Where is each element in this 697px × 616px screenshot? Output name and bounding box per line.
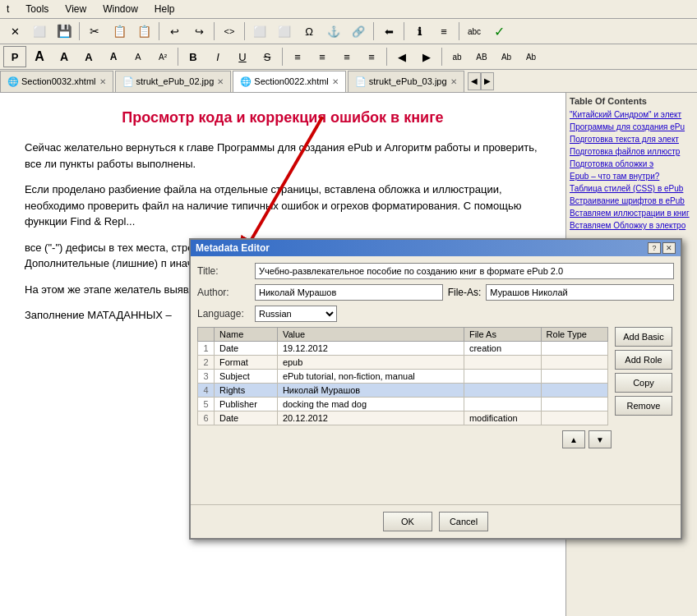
table-header-row: Name Value File As Role Type <box>198 328 608 342</box>
dialog-titlebar: Metadata Editor ? ✕ <box>191 240 681 256</box>
author-input[interactable] <box>255 284 443 301</box>
table-row-selected[interactable]: 4 Rights Николай Мурашов <box>198 384 608 398</box>
col-name-header: Name <box>215 328 278 342</box>
row3-name: Subject <box>215 370 278 384</box>
row1-fileas: creation <box>464 342 541 356</box>
row1-value: 19.12.2012 <box>277 342 464 356</box>
author-field-label: Author: <box>197 287 255 298</box>
row2-roletype <box>541 356 607 370</box>
dialog-body: Title: Author: File-As: Language: Russia… <box>191 256 681 504</box>
row3-roletype <box>541 370 607 384</box>
add-role-button[interactable]: Add Role <box>615 350 672 370</box>
row4-roletype <box>541 384 607 398</box>
dialog-close[interactable]: ✕ <box>662 242 676 254</box>
row1-num: 1 <box>198 342 215 356</box>
table-row[interactable]: 5 Publisher docking the mad dog <box>198 398 608 411</box>
row4-value: Николай Мурашов <box>277 384 464 398</box>
row3-value: ePub tutorial, non-fiction, manual <box>277 370 464 384</box>
dialog-title: Metadata Editor <box>196 242 270 254</box>
row5-roletype <box>541 398 607 411</box>
remove-button[interactable]: Remove <box>615 396 672 416</box>
move-up-button[interactable]: ▲ <box>562 430 585 448</box>
dialog-bottom-buttons: OK Cancel <box>191 504 681 538</box>
row5-num: 5 <box>198 398 215 411</box>
row3-num: 3 <box>198 370 215 384</box>
cancel-button[interactable]: Cancel <box>439 512 488 531</box>
file-as-input[interactable] <box>486 284 674 301</box>
row4-fileas <box>464 384 541 398</box>
col-num-header <box>198 328 215 342</box>
ok-button[interactable]: OK <box>383 512 432 531</box>
row6-roletype <box>541 411 607 425</box>
dialog-backdrop: Metadata Editor ? ✕ Title: Author: File-… <box>0 0 697 616</box>
table-row[interactable]: 2 Format epub <box>198 356 608 370</box>
move-down-button[interactable]: ▼ <box>589 430 612 448</box>
author-row: Author: File-As: <box>197 284 674 301</box>
dialog-title-buttons: ? ✕ <box>648 242 676 254</box>
table-container: Name Value File As Role Type 1 Date 19.1… <box>197 327 674 425</box>
row6-value: 20.12.2012 <box>277 411 464 425</box>
row1-roletype <box>541 342 607 356</box>
col-fileas-header: File As <box>464 328 541 342</box>
row2-fileas <box>464 356 541 370</box>
table-row[interactable]: 1 Date 19.12.2012 creation <box>198 342 608 356</box>
row6-num: 6 <box>198 411 215 425</box>
metadata-table: Name Value File As Role Type 1 Date 19.1… <box>197 327 608 425</box>
row5-name: Publisher <box>215 398 278 411</box>
table-row[interactable]: 6 Date 20.12.2012 modification <box>198 411 608 425</box>
title-row: Title: <box>197 263 674 279</box>
row1-name: Date <box>215 342 278 356</box>
table-row[interactable]: 3 Subject ePub tutorial, non-fiction, ma… <box>198 370 608 384</box>
copy-button[interactable]: Copy <box>615 373 672 393</box>
dialog-empty-space <box>197 448 674 498</box>
row3-fileas <box>464 370 541 384</box>
add-basic-button[interactable]: Add Basic <box>615 327 672 347</box>
row2-num: 2 <box>198 356 215 370</box>
row4-name: Rights <box>215 384 278 398</box>
col-value-header: Value <box>277 328 464 342</box>
updown-buttons: ▲ ▼ <box>197 430 612 448</box>
row4-num: 4 <box>198 384 215 398</box>
title-field-label: Title: <box>197 265 255 277</box>
dialog-action-buttons: Add Basic Add Role Copy Remove <box>615 327 674 416</box>
row2-value: epub <box>277 356 464 370</box>
col-roletype-header: Role Type <box>541 328 607 342</box>
title-input[interactable] <box>255 263 674 279</box>
language-select[interactable]: Russian <box>255 306 337 322</box>
row5-fileas <box>464 398 541 411</box>
row6-fileas: modification <box>464 411 541 425</box>
language-row: Language: Russian <box>197 306 674 322</box>
metadata-dialog: Metadata Editor ? ✕ Title: Author: File-… <box>189 238 682 540</box>
file-as-label: File-As: <box>448 287 482 298</box>
row2-name: Format <box>215 356 278 370</box>
dialog-help[interactable]: ? <box>648 242 661 254</box>
row5-value: docking the mad dog <box>277 398 464 411</box>
row6-name: Date <box>215 411 278 425</box>
language-field-label: Language: <box>197 308 255 319</box>
